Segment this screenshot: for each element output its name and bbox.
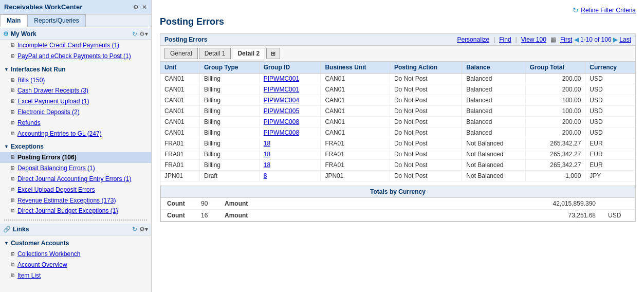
table-cell[interactable]: PIPWMC008: [259, 117, 321, 127]
nav-next[interactable]: ▶: [613, 36, 618, 43]
group-id-link[interactable]: PIPWMC008: [264, 129, 299, 136]
table-cell: 265,342.27: [525, 149, 585, 160]
table-cell: Balanced: [462, 74, 525, 84]
table-cell: JPY: [585, 171, 635, 181]
nav-prev[interactable]: ◀: [574, 36, 579, 43]
customer-accounts-group: ▼ Customer Accounts 🗎 Collections Workbe…: [0, 236, 151, 282]
table-row: FRA01Billing18FRA01Do Not PostNot Balanc…: [160, 149, 635, 160]
group-id-link[interactable]: 18: [264, 161, 270, 169]
table-cell: 200.00: [525, 74, 585, 84]
sidebar-item-refunds[interactable]: 🗎 Refunds: [0, 118, 151, 129]
tab-reports[interactable]: Reports/Queries: [27, 14, 85, 27]
tab-general[interactable]: General: [164, 48, 198, 59]
table-cell: USD: [585, 106, 635, 117]
sidebar-item-direct-journal-acct[interactable]: 🗎 Direct Journal Accounting Entry Errors…: [0, 174, 151, 185]
sidebar-item-revenue-estimate[interactable]: 🗎 Revenue Estimate Exceptions (173): [0, 195, 151, 206]
col-group-total: Group Total: [525, 62, 585, 74]
table-cell: CAN01: [321, 74, 390, 84]
sidebar-item-cash[interactable]: 🗎 Cash Drawer Receipts (3): [0, 85, 151, 96]
table-cell[interactable]: PIPWMC001: [259, 74, 321, 84]
sidebar-divider: [4, 220, 147, 221]
table-cell[interactable]: 18: [259, 160, 321, 171]
group-id-link[interactable]: PIPWMC008: [264, 118, 299, 125]
close-icon[interactable]: ✕: [142, 4, 147, 11]
interfaces-label: ▼ Interfaces Not Run: [0, 64, 151, 75]
refine-filter-link[interactable]: Refine Filter Criteria: [581, 7, 636, 14]
gear-icon[interactable]: ⚙: [133, 4, 139, 11]
tab-main[interactable]: Main: [0, 14, 27, 27]
refresh-icon[interactable]: ↻: [132, 30, 137, 38]
page-icon-col: 🗎: [10, 250, 15, 258]
personalize-link[interactable]: Personalize: [457, 36, 489, 43]
group-id-link[interactable]: PIPWMC001: [264, 75, 299, 82]
customer-accounts-label: ▼ Customer Accounts: [0, 238, 151, 249]
first-link[interactable]: First: [560, 36, 572, 43]
table-cell: FRA01: [321, 138, 390, 149]
sidebar-item-excel-deposit[interactable]: 🗎 Excel Upload Deposit Errors: [0, 185, 151, 195]
col-group-type: Group Type: [200, 62, 260, 74]
table-row: JPN01Draft8JPN01Do Not PostNot Balanced-…: [160, 171, 635, 181]
table-cell[interactable]: 18: [259, 149, 321, 160]
tab-detail1[interactable]: Detail 1: [199, 48, 231, 59]
view-link[interactable]: View 100: [521, 36, 546, 43]
sidebar-item-bills[interactable]: 🗎 Bills (150): [0, 75, 151, 86]
sidebar-item-accounting[interactable]: 🗎 Accounting Entries to GL (247): [0, 129, 151, 139]
last-link[interactable]: Last: [619, 36, 631, 43]
col-posting-action: Posting Action: [390, 62, 462, 74]
table-cell[interactable]: 18: [259, 138, 321, 149]
page-icon-dj: 🗎: [10, 175, 15, 182]
table-cell: CAN01: [321, 106, 390, 117]
table-cell: Billing: [200, 117, 260, 127]
sidebar-item-collections[interactable]: 🗎 Collections Workbench: [0, 249, 151, 260]
sidebar: Receivables WorkCenter ⚙ ✕ Main Reports/…: [0, 0, 152, 292]
sidebar-item-direct-journal-budget[interactable]: 🗎 Direct Journal Budget Exceptions (1): [0, 206, 151, 216]
page-icon-il: 🗎: [10, 272, 15, 279]
separator-1: |: [493, 36, 495, 43]
settings-icon[interactable]: ⚙▾: [139, 30, 148, 38]
table-cell: Not Balanced: [462, 138, 525, 149]
refresh-icon-links[interactable]: ↻: [132, 226, 137, 233]
sidebar-tabs: Main Reports/Queries: [0, 14, 151, 27]
page-icon-ao: 🗎: [10, 261, 15, 268]
table-cell: Balanced: [462, 127, 525, 138]
table-cell[interactable]: PIPWMC004: [259, 95, 321, 106]
table-cell[interactable]: 8: [259, 171, 321, 181]
tab-buttons: General Detail 1 Detail 2 ⊞: [160, 46, 635, 62]
sidebar-item-posting-errors[interactable]: 🗎 Posting Errors (106): [0, 152, 151, 163]
table-cell: Draft: [200, 171, 260, 181]
collapse-triangle-ca: ▼: [4, 241, 9, 246]
table-cell: FRA01: [160, 149, 200, 160]
tab-detail2[interactable]: Detail 2: [232, 48, 265, 59]
page-icon-dep: 🗎: [10, 165, 15, 172]
tab-special[interactable]: ⊞: [266, 48, 280, 59]
table-cell: Do Not Post: [390, 74, 462, 84]
sidebar-item-paypal[interactable]: 🗎 PayPal and eCheck Payments to Post (1): [0, 51, 151, 62]
sidebar-item-deposit-balance[interactable]: 🗎 Deposit Balancing Errors (1): [0, 163, 151, 174]
sidebar-item-electronic[interactable]: 🗎 Electronic Deposits (2): [0, 107, 151, 118]
table-cell: CAN01: [321, 117, 390, 127]
table-cell[interactable]: PIPWMC008: [259, 127, 321, 138]
link-icon: 🔗: [3, 226, 11, 233]
sidebar-item-incomplete-credit[interactable]: 🗎 Incomplete Credit Card Payments (1): [0, 40, 151, 51]
settings-icon-links[interactable]: ⚙▾: [139, 226, 148, 233]
table-cell[interactable]: PIPWMC001: [259, 84, 321, 95]
find-link[interactable]: Find: [499, 36, 511, 43]
group-id-link[interactable]: 18: [264, 140, 270, 147]
sidebar-item-item-list[interactable]: 🗎 Item List: [0, 270, 151, 281]
table-row: FRA01Billing18FRA01Do Not PostNot Balanc…: [160, 160, 635, 171]
table-cell: Balanced: [462, 84, 525, 95]
group-id-link[interactable]: PIPWMC004: [264, 97, 299, 104]
page-icon-djb: 🗎: [10, 207, 15, 214]
table-cell[interactable]: PIPWMC005: [259, 106, 321, 117]
table-row: CAN01BillingPIPWMC005CAN01Do Not PostBal…: [160, 106, 635, 117]
page-icon-acctg: 🗎: [10, 130, 15, 137]
table-cell: Balanced: [462, 95, 525, 106]
group-id-link[interactable]: 18: [264, 151, 270, 158]
panel-actions: Personalize | Find | View 100 ▦ First ◀ …: [457, 36, 631, 43]
sidebar-item-account-overview[interactable]: 🗎 Account Overview: [0, 260, 151, 270]
sidebar-item-excel[interactable]: 🗎 Excel Payment Upload (1): [0, 96, 151, 107]
group-id-link[interactable]: PIPWMC001: [264, 86, 299, 93]
group-id-link[interactable]: PIPWMC005: [264, 107, 299, 115]
col-unit: Unit: [160, 62, 200, 74]
group-id-link[interactable]: 8: [264, 172, 267, 179]
